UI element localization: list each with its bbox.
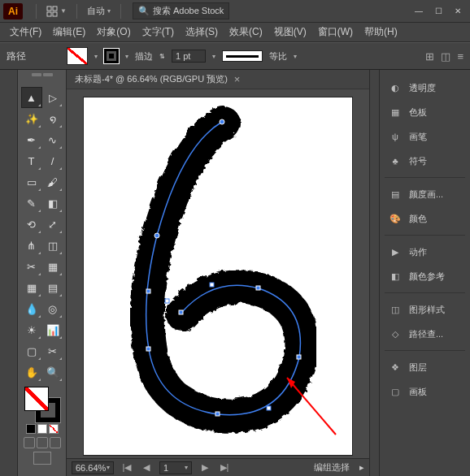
gradient-mode-button[interactable] xyxy=(37,424,47,434)
panel-label: 颜色 xyxy=(409,213,427,225)
stroke-weight-input[interactable] xyxy=(172,50,206,63)
panel-colorguide[interactable]: ◧颜色参考 xyxy=(383,265,467,288)
last-artboard-button[interactable]: ▶| xyxy=(218,462,231,473)
panel-symbols[interactable]: ♣符号 xyxy=(383,149,467,172)
fill-stroke-control[interactable] xyxy=(24,387,60,422)
tool-persp[interactable]: ▦ xyxy=(43,257,63,276)
panel-swatches[interactable]: ▦色板 xyxy=(383,101,467,123)
draw-normal-button[interactable] xyxy=(24,437,35,448)
svg-rect-0 xyxy=(47,6,51,11)
tool-type[interactable]: T xyxy=(22,151,41,171)
tool-graph[interactable]: 📊 xyxy=(43,320,63,340)
tool-eyedrop[interactable]: 💧 xyxy=(22,299,41,318)
app-logo: Ai xyxy=(3,3,23,19)
tool-gradient[interactable]: ▤ xyxy=(43,278,63,297)
right-panel-dock: ◐透明度▦色板ψ画笔♣符号▤颜度画...🎨颜色▶动作◧颜色参考◫图形样式◇路径查… xyxy=(379,70,470,476)
colorguide-icon: ◧ xyxy=(388,269,403,283)
panel-graphicstyles[interactable]: ◫图形样式 xyxy=(383,298,467,321)
stock-search-input[interactable]: 🔍 搜索 Adobe Stock xyxy=(133,2,229,19)
menu-window[interactable]: 窗口(W) xyxy=(313,24,358,41)
next-artboard-button[interactable]: ▶ xyxy=(198,462,211,473)
panel-actions[interactable]: ▶动作 xyxy=(383,240,467,263)
artboard-canvas[interactable] xyxy=(84,97,352,455)
fill-swatch[interactable] xyxy=(67,47,88,65)
panel-brushes[interactable]: ψ画笔 xyxy=(383,125,467,148)
svg-rect-1 xyxy=(53,6,57,11)
tool-lasso[interactable]: ໑ xyxy=(43,109,63,128)
shape-button[interactable]: ◫ xyxy=(441,50,450,63)
selection-status-label: 编组选择 xyxy=(314,461,350,474)
artwork-number-6[interactable] xyxy=(84,97,352,455)
tool-rotate[interactable]: ⟲ xyxy=(22,214,41,234)
close-tab-button[interactable]: × xyxy=(234,73,241,85)
workspace-switcher[interactable]: 自动 ▾ xyxy=(82,3,115,19)
menu-select[interactable]: 选择(S) xyxy=(181,24,223,41)
menu-edit[interactable]: 编辑(E) xyxy=(48,24,90,41)
tool-wand[interactable]: ✨ xyxy=(22,109,41,128)
first-artboard-button[interactable]: |◀ xyxy=(120,462,133,473)
menu-help[interactable]: 帮助(H) xyxy=(359,24,403,41)
tool-selection[interactable]: ▲ xyxy=(22,88,41,107)
grid-icon xyxy=(46,6,58,17)
tool-line[interactable]: / xyxy=(43,151,63,171)
svg-rect-3 xyxy=(53,12,57,16)
close-button[interactable]: ✕ xyxy=(449,4,467,19)
tool-curve[interactable]: ∿ xyxy=(43,130,63,149)
arrange-docs-button[interactable]: ▼ xyxy=(41,4,72,19)
tool-mesh[interactable]: ▦ xyxy=(22,278,41,297)
artboard-number-input[interactable]: 1▾ xyxy=(159,461,192,474)
toolbox: ▲▷✨໑✒∿T/▭🖌✎◧⟲⤢⋔◫✂▦▦▤💧◎☀📊▢✂✋🔍 xyxy=(18,70,67,476)
menu-effect[interactable]: 效果(C) xyxy=(224,24,268,41)
tool-blend[interactable]: ◎ xyxy=(43,299,63,318)
panel-gradient[interactable]: ▤颜度画... xyxy=(383,183,467,206)
screen-mode-button[interactable] xyxy=(33,452,51,465)
document-tab-title[interactable]: 未标题-4* @ 66.64% (RGB/GPU 预览) xyxy=(75,73,228,85)
tool-shapebuild[interactable]: ✂ xyxy=(22,257,41,276)
tool-pencil[interactable]: ✎ xyxy=(22,193,41,213)
search-icon: 🔍 xyxy=(138,6,150,16)
panel-color[interactable]: 🎨颜色 xyxy=(383,207,467,230)
prev-artboard-button[interactable]: ◀ xyxy=(140,462,153,473)
variable-width-label: 等比 xyxy=(269,50,287,63)
menu-object[interactable]: 对象(O) xyxy=(92,24,135,41)
tool-hand[interactable]: ✋ xyxy=(22,362,41,382)
menu-file[interactable]: 文件(F) xyxy=(5,24,46,41)
draw-behind-button[interactable] xyxy=(37,437,48,448)
search-placeholder: 搜索 Adobe Stock xyxy=(153,5,224,17)
tool-rect[interactable]: ▭ xyxy=(22,172,41,192)
panel-pathfinder[interactable]: ◇路径查... xyxy=(383,322,467,345)
tool-brush[interactable]: 🖌 xyxy=(43,172,63,192)
menu-type[interactable]: 文字(T) xyxy=(137,24,179,41)
panel-artboards[interactable]: ▢画板 xyxy=(383,380,467,403)
menu-view[interactable]: 视图(V) xyxy=(269,24,311,41)
panel-transparency[interactable]: ◐透明度 xyxy=(383,76,467,99)
align-button[interactable]: ⊞ xyxy=(425,50,434,63)
maximize-button[interactable]: ☐ xyxy=(429,4,447,19)
stroke-dropdown[interactable]: ▾ xyxy=(125,53,128,60)
tool-artboard[interactable]: ▢ xyxy=(22,341,41,361)
tool-scale[interactable]: ⤢ xyxy=(43,214,63,234)
none-mode-button[interactable] xyxy=(49,424,59,434)
panel-label: 颜色参考 xyxy=(409,270,445,283)
fill-box[interactable] xyxy=(24,387,49,411)
zoom-input[interactable]: 66.64%▾ xyxy=(72,461,114,474)
fill-dropdown[interactable]: ▾ xyxy=(94,53,98,60)
brush-preview[interactable] xyxy=(222,50,263,62)
draw-inside-button[interactable] xyxy=(50,437,61,448)
svg-rect-14 xyxy=(179,310,183,314)
panel-label: 动作 xyxy=(409,246,427,258)
tool-eraser[interactable]: ◧ xyxy=(43,193,63,213)
tool-slice[interactable]: ✂ xyxy=(43,341,63,361)
tool-direct[interactable]: ▷ xyxy=(43,88,63,107)
color-mode-button[interactable] xyxy=(26,424,36,434)
tool-free[interactable]: ◫ xyxy=(43,236,63,255)
tool-zoom[interactable]: 🔍 xyxy=(43,362,63,382)
panel-layers[interactable]: ❖图层 xyxy=(383,356,467,379)
stroke-swatch[interactable] xyxy=(104,49,119,63)
tool-pen[interactable]: ✒ xyxy=(22,130,41,149)
panel-label: 色板 xyxy=(409,106,427,119)
transform-button[interactable]: ≡ xyxy=(457,50,463,63)
minimize-button[interactable]: — xyxy=(410,4,428,19)
tool-symbol[interactable]: ☀ xyxy=(22,320,41,340)
tool-width[interactable]: ⋔ xyxy=(22,236,41,255)
